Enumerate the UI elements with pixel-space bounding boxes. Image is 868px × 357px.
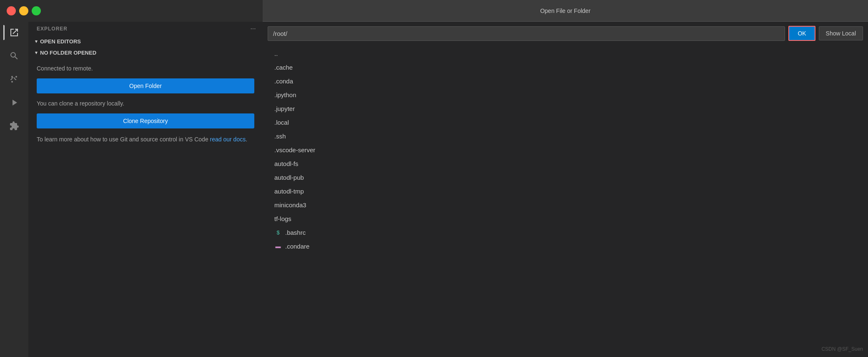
search-activity-icon[interactable] [3,45,25,67]
file-item-name: .. [274,50,278,57]
file-item-name: .jupyter [274,105,295,112]
connected-text: Connected to remote. [37,65,254,72]
file-item-name: tf-logs [274,215,291,222]
open-file-dialog: Open File or Folder OK Show Local ...cac… [263,0,868,357]
source-control-activity-icon[interactable] [3,68,25,90]
file-item-icon: ▬ [274,243,282,249]
explorer-panel: EXPLORER ··· ▾ OPEN EDITORS ▾ NO FOLDER … [28,0,263,357]
learn-text: To learn more about how to use Git and s… [37,135,254,144]
file-list-item[interactable]: .ssh [263,129,868,143]
file-list-item[interactable]: autodl-fs [263,157,868,171]
file-item-name: autodl-tmp [274,188,304,195]
extensions-activity-icon[interactable] [3,115,25,137]
file-item-icon: $ [274,229,282,236]
dialog-titlebar: Open File or Folder [263,0,868,22]
file-list: ...cache.conda.ipython.jupyter.local.ssh… [263,45,868,357]
dialog-input-row: OK Show Local [263,22,868,45]
learn-text-after: . [246,136,247,143]
show-local-button[interactable]: Show Local [819,26,863,40]
ok-button[interactable]: OK [788,26,815,41]
learn-text-before: To learn more about how to use Git and s… [37,136,210,143]
minimize-button[interactable] [19,6,28,15]
open-editors-chevron: ▾ [35,39,38,44]
file-item-name: autodl-fs [274,160,299,167]
file-path-input[interactable] [268,26,785,41]
file-list-item[interactable]: $.bashrc [263,226,868,239]
file-item-name: autodl-pub [274,174,304,181]
file-list-item[interactable]: .local [263,116,868,129]
no-folder-label: NO FOLDER OPENED [40,50,96,56]
open-editors-section[interactable]: ▾ OPEN EDITORS [28,36,263,47]
no-folder-section[interactable]: ▾ NO FOLDER OPENED [28,47,263,58]
dialog-title: Open File or Folder [540,8,591,14]
file-list-item[interactable]: .cache [263,60,868,74]
file-item-name: .ssh [274,133,286,140]
file-list-item[interactable]: .. [263,47,868,60]
file-item-name: .local [274,119,289,126]
clone-text: You can clone a repository locally. [37,100,254,107]
no-folder-chevron: ▾ [35,50,38,55]
open-folder-button[interactable]: Open Folder [37,78,254,93]
file-list-item[interactable]: autodl-tmp [263,184,868,198]
file-item-name: .cache [274,64,293,71]
file-item-name: .conda [274,78,293,85]
file-list-item[interactable]: autodl-pub [263,171,868,184]
file-list-item[interactable]: .conda [263,74,868,88]
file-list-item[interactable]: tf-logs [263,212,868,226]
explorer-activity-icon[interactable] [3,22,25,43]
file-list-item[interactable]: .jupyter [263,102,868,116]
file-item-name: .bashrc [285,229,306,236]
watermark: CSDN @SF_Suen [821,346,863,352]
file-list-item[interactable]: .ipython [263,88,868,102]
close-button[interactable] [7,6,16,15]
explorer-header: EXPLORER ··· [28,22,263,36]
title-bar [0,0,263,22]
read-docs-link[interactable]: read our docs [210,136,246,143]
file-item-name: .vscode-server [274,146,315,153]
file-list-item[interactable]: ▬.condare [263,239,868,253]
file-list-item[interactable]: .vscode-server [263,143,868,157]
explorer-title: EXPLORER [37,26,68,32]
file-list-item[interactable]: miniconda3 [263,198,868,212]
open-editors-label: OPEN EDITORS [40,38,81,45]
file-item-name: miniconda3 [274,201,306,209]
explorer-more-button[interactable]: ··· [251,26,256,32]
explorer-content: Connected to remote. Open Folder You can… [28,58,263,151]
file-item-name: .ipython [274,91,296,98]
activity-bar [0,0,28,357]
maximize-button[interactable] [32,6,41,15]
run-activity-icon[interactable] [3,92,25,113]
clone-repository-button[interactable]: Clone Repository [37,113,254,128]
file-item-name: .condare [285,243,309,250]
